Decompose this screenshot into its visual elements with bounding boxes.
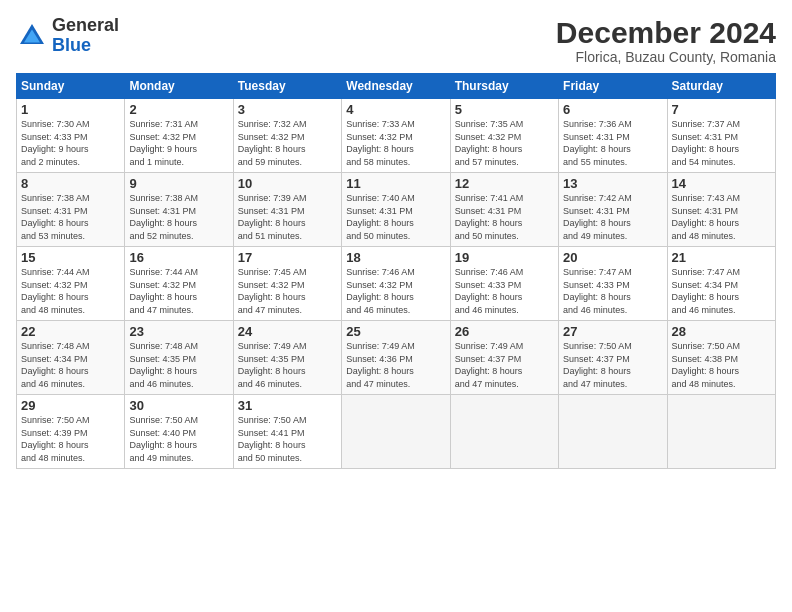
main-title: December 2024 xyxy=(556,16,776,49)
day-number: 27 xyxy=(563,324,662,339)
day-number: 17 xyxy=(238,250,337,265)
table-row: 13 Sunrise: 7:42 AMSunset: 4:31 PMDaylig… xyxy=(559,173,667,247)
table-row: 31 Sunrise: 7:50 AMSunset: 4:41 PMDaylig… xyxy=(233,395,341,469)
day-info: Sunrise: 7:45 AMSunset: 4:32 PMDaylight:… xyxy=(238,267,307,315)
day-info: Sunrise: 7:50 AMSunset: 4:40 PMDaylight:… xyxy=(129,415,198,463)
day-info: Sunrise: 7:32 AMSunset: 4:32 PMDaylight:… xyxy=(238,119,307,167)
day-number: 6 xyxy=(563,102,662,117)
table-row: 9 Sunrise: 7:38 AMSunset: 4:31 PMDayligh… xyxy=(125,173,233,247)
table-row: 1 Sunrise: 7:30 AMSunset: 4:33 PMDayligh… xyxy=(17,99,125,173)
calendar-week-row: 22 Sunrise: 7:48 AMSunset: 4:34 PMDaylig… xyxy=(17,321,776,395)
table-row: 26 Sunrise: 7:49 AMSunset: 4:37 PMDaylig… xyxy=(450,321,558,395)
day-number: 23 xyxy=(129,324,228,339)
day-info: Sunrise: 7:31 AMSunset: 4:32 PMDaylight:… xyxy=(129,119,198,167)
table-row: 17 Sunrise: 7:45 AMSunset: 4:32 PMDaylig… xyxy=(233,247,341,321)
day-info: Sunrise: 7:43 AMSunset: 4:31 PMDaylight:… xyxy=(672,193,741,241)
day-info: Sunrise: 7:48 AMSunset: 4:34 PMDaylight:… xyxy=(21,341,90,389)
calendar-week-row: 29 Sunrise: 7:50 AMSunset: 4:39 PMDaylig… xyxy=(17,395,776,469)
day-number: 28 xyxy=(672,324,771,339)
day-info: Sunrise: 7:38 AMSunset: 4:31 PMDaylight:… xyxy=(129,193,198,241)
day-info: Sunrise: 7:46 AMSunset: 4:33 PMDaylight:… xyxy=(455,267,524,315)
day-number: 5 xyxy=(455,102,554,117)
day-number: 25 xyxy=(346,324,445,339)
logo-blue: Blue xyxy=(52,35,91,55)
table-row: 7 Sunrise: 7:37 AMSunset: 4:31 PMDayligh… xyxy=(667,99,775,173)
day-info: Sunrise: 7:37 AMSunset: 4:31 PMDaylight:… xyxy=(672,119,741,167)
day-info: Sunrise: 7:33 AMSunset: 4:32 PMDaylight:… xyxy=(346,119,415,167)
day-number: 14 xyxy=(672,176,771,191)
table-row: 22 Sunrise: 7:48 AMSunset: 4:34 PMDaylig… xyxy=(17,321,125,395)
table-row: 15 Sunrise: 7:44 AMSunset: 4:32 PMDaylig… xyxy=(17,247,125,321)
day-number: 24 xyxy=(238,324,337,339)
day-info: Sunrise: 7:50 AMSunset: 4:38 PMDaylight:… xyxy=(672,341,741,389)
day-number: 19 xyxy=(455,250,554,265)
day-number: 1 xyxy=(21,102,120,117)
table-row: 24 Sunrise: 7:49 AMSunset: 4:35 PMDaylig… xyxy=(233,321,341,395)
day-number: 29 xyxy=(21,398,120,413)
day-info: Sunrise: 7:44 AMSunset: 4:32 PMDaylight:… xyxy=(129,267,198,315)
day-number: 15 xyxy=(21,250,120,265)
day-info: Sunrise: 7:30 AMSunset: 4:33 PMDaylight:… xyxy=(21,119,90,167)
day-info: Sunrise: 7:39 AMSunset: 4:31 PMDaylight:… xyxy=(238,193,307,241)
title-block: December 2024 Florica, Buzau County, Rom… xyxy=(556,16,776,65)
day-number: 11 xyxy=(346,176,445,191)
table-row: 11 Sunrise: 7:40 AMSunset: 4:31 PMDaylig… xyxy=(342,173,450,247)
calendar-week-row: 8 Sunrise: 7:38 AMSunset: 4:31 PMDayligh… xyxy=(17,173,776,247)
day-info: Sunrise: 7:47 AMSunset: 4:33 PMDaylight:… xyxy=(563,267,632,315)
day-info: Sunrise: 7:50 AMSunset: 4:37 PMDaylight:… xyxy=(563,341,632,389)
day-number: 7 xyxy=(672,102,771,117)
subtitle: Florica, Buzau County, Romania xyxy=(556,49,776,65)
day-number: 9 xyxy=(129,176,228,191)
calendar-week-row: 15 Sunrise: 7:44 AMSunset: 4:32 PMDaylig… xyxy=(17,247,776,321)
day-info: Sunrise: 7:44 AMSunset: 4:32 PMDaylight:… xyxy=(21,267,90,315)
page: General Blue December 2024 Florica, Buza… xyxy=(0,0,792,612)
day-number: 20 xyxy=(563,250,662,265)
table-row: 16 Sunrise: 7:44 AMSunset: 4:32 PMDaylig… xyxy=(125,247,233,321)
day-number: 31 xyxy=(238,398,337,413)
table-row: 8 Sunrise: 7:38 AMSunset: 4:31 PMDayligh… xyxy=(17,173,125,247)
col-monday: Monday xyxy=(125,74,233,99)
table-row: 21 Sunrise: 7:47 AMSunset: 4:34 PMDaylig… xyxy=(667,247,775,321)
table-row xyxy=(667,395,775,469)
table-row xyxy=(559,395,667,469)
col-thursday: Thursday xyxy=(450,74,558,99)
day-number: 21 xyxy=(672,250,771,265)
table-row: 4 Sunrise: 7:33 AMSunset: 4:32 PMDayligh… xyxy=(342,99,450,173)
table-row: 30 Sunrise: 7:50 AMSunset: 4:40 PMDaylig… xyxy=(125,395,233,469)
day-info: Sunrise: 7:42 AMSunset: 4:31 PMDaylight:… xyxy=(563,193,632,241)
day-info: Sunrise: 7:40 AMSunset: 4:31 PMDaylight:… xyxy=(346,193,415,241)
col-saturday: Saturday xyxy=(667,74,775,99)
day-info: Sunrise: 7:46 AMSunset: 4:32 PMDaylight:… xyxy=(346,267,415,315)
table-row: 5 Sunrise: 7:35 AMSunset: 4:32 PMDayligh… xyxy=(450,99,558,173)
day-number: 13 xyxy=(563,176,662,191)
day-number: 3 xyxy=(238,102,337,117)
table-row xyxy=(450,395,558,469)
calendar-week-row: 1 Sunrise: 7:30 AMSunset: 4:33 PMDayligh… xyxy=(17,99,776,173)
table-row: 12 Sunrise: 7:41 AMSunset: 4:31 PMDaylig… xyxy=(450,173,558,247)
day-number: 10 xyxy=(238,176,337,191)
table-row: 27 Sunrise: 7:50 AMSunset: 4:37 PMDaylig… xyxy=(559,321,667,395)
day-number: 8 xyxy=(21,176,120,191)
table-row: 20 Sunrise: 7:47 AMSunset: 4:33 PMDaylig… xyxy=(559,247,667,321)
logo-text: General Blue xyxy=(52,16,119,56)
table-row: 2 Sunrise: 7:31 AMSunset: 4:32 PMDayligh… xyxy=(125,99,233,173)
day-info: Sunrise: 7:50 AMSunset: 4:39 PMDaylight:… xyxy=(21,415,90,463)
day-number: 18 xyxy=(346,250,445,265)
table-row xyxy=(342,395,450,469)
day-number: 26 xyxy=(455,324,554,339)
table-row: 3 Sunrise: 7:32 AMSunset: 4:32 PMDayligh… xyxy=(233,99,341,173)
header: General Blue December 2024 Florica, Buza… xyxy=(16,16,776,65)
day-info: Sunrise: 7:49 AMSunset: 4:35 PMDaylight:… xyxy=(238,341,307,389)
col-wednesday: Wednesday xyxy=(342,74,450,99)
day-number: 16 xyxy=(129,250,228,265)
logo-general: General xyxy=(52,15,119,35)
day-info: Sunrise: 7:38 AMSunset: 4:31 PMDaylight:… xyxy=(21,193,90,241)
day-info: Sunrise: 7:48 AMSunset: 4:35 PMDaylight:… xyxy=(129,341,198,389)
day-number: 4 xyxy=(346,102,445,117)
calendar-header-row: Sunday Monday Tuesday Wednesday Thursday… xyxy=(17,74,776,99)
day-number: 22 xyxy=(21,324,120,339)
logo-icon xyxy=(16,20,48,52)
table-row: 19 Sunrise: 7:46 AMSunset: 4:33 PMDaylig… xyxy=(450,247,558,321)
col-friday: Friday xyxy=(559,74,667,99)
col-sunday: Sunday xyxy=(17,74,125,99)
